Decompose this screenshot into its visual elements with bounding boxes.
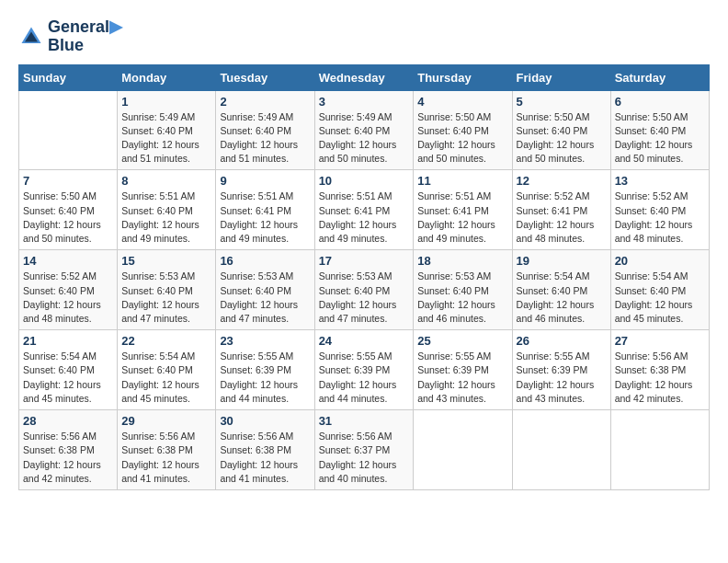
day-info: Sunrise: 5:54 AMSunset: 6:40 PMDaylight:… bbox=[615, 270, 705, 326]
day-info: Sunrise: 5:51 AMSunset: 6:41 PMDaylight:… bbox=[319, 190, 410, 246]
day-number: 3 bbox=[319, 95, 410, 109]
calendar-cell bbox=[512, 410, 610, 490]
calendar-cell: 30Sunrise: 5:56 AMSunset: 6:38 PMDayligh… bbox=[216, 410, 314, 490]
day-info: Sunrise: 5:56 AMSunset: 6:37 PMDaylight:… bbox=[319, 430, 410, 486]
calendar-cell bbox=[19, 90, 118, 170]
day-info: Sunrise: 5:52 AMSunset: 6:40 PMDaylight:… bbox=[615, 190, 705, 246]
calendar-cell: 11Sunrise: 5:51 AMSunset: 6:41 PMDayligh… bbox=[414, 170, 512, 250]
day-info: Sunrise: 5:50 AMSunset: 6:40 PMDaylight:… bbox=[517, 110, 607, 167]
day-number: 29 bbox=[121, 414, 211, 428]
calendar-cell: 5Sunrise: 5:50 AMSunset: 6:40 PMDaylight… bbox=[512, 90, 610, 170]
day-number: 7 bbox=[23, 174, 113, 188]
calendar-cell: 15Sunrise: 5:53 AMSunset: 6:40 PMDayligh… bbox=[118, 250, 216, 330]
day-number: 8 bbox=[121, 174, 211, 188]
column-header-wednesday: Wednesday bbox=[314, 64, 414, 90]
day-info: Sunrise: 5:55 AMSunset: 6:39 PMDaylight:… bbox=[319, 350, 410, 406]
calendar-cell: 8Sunrise: 5:51 AMSunset: 6:40 PMDaylight… bbox=[118, 170, 216, 250]
calendar-cell: 25Sunrise: 5:55 AMSunset: 6:39 PMDayligh… bbox=[414, 330, 512, 410]
day-number: 17 bbox=[319, 254, 410, 268]
column-header-friday: Friday bbox=[512, 64, 610, 90]
calendar-cell bbox=[610, 410, 709, 490]
calendar-header-row: SundayMondayTuesdayWednesdayThursdayFrid… bbox=[19, 64, 710, 90]
day-number: 27 bbox=[615, 334, 705, 348]
day-info: Sunrise: 5:55 AMSunset: 6:39 PMDaylight:… bbox=[417, 350, 507, 406]
day-number: 9 bbox=[220, 174, 310, 188]
column-header-tuesday: Tuesday bbox=[216, 64, 314, 90]
day-number: 22 bbox=[121, 334, 211, 348]
column-header-thursday: Thursday bbox=[414, 64, 512, 90]
day-number: 1 bbox=[121, 95, 211, 109]
day-info: Sunrise: 5:56 AMSunset: 6:38 PMDaylight:… bbox=[23, 430, 113, 486]
day-info: Sunrise: 5:56 AMSunset: 6:38 PMDaylight:… bbox=[121, 430, 211, 486]
calendar-cell: 9Sunrise: 5:51 AMSunset: 6:41 PMDaylight… bbox=[216, 170, 314, 250]
day-number: 12 bbox=[517, 174, 607, 188]
day-number: 28 bbox=[23, 414, 113, 428]
day-info: Sunrise: 5:51 AMSunset: 6:41 PMDaylight:… bbox=[220, 190, 310, 246]
calendar-cell bbox=[414, 410, 512, 490]
day-info: Sunrise: 5:51 AMSunset: 6:41 PMDaylight:… bbox=[417, 190, 507, 246]
calendar-week-row: 7Sunrise: 5:50 AMSunset: 6:40 PMDaylight… bbox=[19, 170, 710, 250]
day-info: Sunrise: 5:50 AMSunset: 6:40 PMDaylight:… bbox=[23, 190, 113, 246]
day-info: Sunrise: 5:52 AMSunset: 6:41 PMDaylight:… bbox=[517, 190, 607, 246]
calendar-cell: 26Sunrise: 5:55 AMSunset: 6:39 PMDayligh… bbox=[512, 330, 610, 410]
day-number: 4 bbox=[417, 95, 507, 109]
day-number: 2 bbox=[220, 95, 310, 109]
column-header-monday: Monday bbox=[118, 64, 216, 90]
logo: General▶ Blue bbox=[18, 18, 122, 55]
calendar-cell: 3Sunrise: 5:49 AMSunset: 6:40 PMDaylight… bbox=[314, 90, 414, 170]
calendar-cell: 20Sunrise: 5:54 AMSunset: 6:40 PMDayligh… bbox=[610, 250, 709, 330]
calendar-week-row: 21Sunrise: 5:54 AMSunset: 6:40 PMDayligh… bbox=[19, 330, 710, 410]
day-info: Sunrise: 5:56 AMSunset: 6:38 PMDaylight:… bbox=[220, 430, 310, 486]
calendar-cell: 19Sunrise: 5:54 AMSunset: 6:40 PMDayligh… bbox=[512, 250, 610, 330]
day-info: Sunrise: 5:53 AMSunset: 6:40 PMDaylight:… bbox=[220, 270, 310, 326]
calendar-cell: 28Sunrise: 5:56 AMSunset: 6:38 PMDayligh… bbox=[19, 410, 118, 490]
calendar-cell: 22Sunrise: 5:54 AMSunset: 6:40 PMDayligh… bbox=[118, 330, 216, 410]
calendar-cell: 24Sunrise: 5:55 AMSunset: 6:39 PMDayligh… bbox=[314, 330, 414, 410]
calendar-cell: 17Sunrise: 5:53 AMSunset: 6:40 PMDayligh… bbox=[314, 250, 414, 330]
calendar-cell: 27Sunrise: 5:56 AMSunset: 6:38 PMDayligh… bbox=[610, 330, 709, 410]
day-info: Sunrise: 5:54 AMSunset: 6:40 PMDaylight:… bbox=[23, 350, 113, 406]
day-number: 26 bbox=[517, 334, 607, 348]
column-header-sunday: Sunday bbox=[19, 64, 118, 90]
calendar-week-row: 1Sunrise: 5:49 AMSunset: 6:40 PMDaylight… bbox=[19, 90, 710, 170]
calendar-cell: 13Sunrise: 5:52 AMSunset: 6:40 PMDayligh… bbox=[610, 170, 709, 250]
calendar-cell: 7Sunrise: 5:50 AMSunset: 6:40 PMDaylight… bbox=[19, 170, 118, 250]
calendar-cell: 12Sunrise: 5:52 AMSunset: 6:41 PMDayligh… bbox=[512, 170, 610, 250]
day-info: Sunrise: 5:53 AMSunset: 6:40 PMDaylight:… bbox=[121, 270, 211, 326]
day-info: Sunrise: 5:52 AMSunset: 6:40 PMDaylight:… bbox=[23, 270, 113, 326]
logo-icon bbox=[18, 24, 44, 50]
day-info: Sunrise: 5:51 AMSunset: 6:40 PMDaylight:… bbox=[121, 190, 211, 246]
calendar-cell: 10Sunrise: 5:51 AMSunset: 6:41 PMDayligh… bbox=[314, 170, 414, 250]
calendar-table: SundayMondayTuesdayWednesdayThursdayFrid… bbox=[18, 64, 710, 490]
day-info: Sunrise: 5:49 AMSunset: 6:40 PMDaylight:… bbox=[319, 110, 410, 167]
calendar-week-row: 28Sunrise: 5:56 AMSunset: 6:38 PMDayligh… bbox=[19, 410, 710, 490]
day-number: 25 bbox=[417, 334, 507, 348]
calendar-cell: 2Sunrise: 5:49 AMSunset: 6:40 PMDaylight… bbox=[216, 90, 314, 170]
calendar-week-row: 14Sunrise: 5:52 AMSunset: 6:40 PMDayligh… bbox=[19, 250, 710, 330]
day-info: Sunrise: 5:50 AMSunset: 6:40 PMDaylight:… bbox=[615, 110, 705, 167]
day-number: 11 bbox=[417, 174, 507, 188]
calendar-cell: 4Sunrise: 5:50 AMSunset: 6:40 PMDaylight… bbox=[414, 90, 512, 170]
day-number: 15 bbox=[121, 254, 211, 268]
day-number: 14 bbox=[23, 254, 113, 268]
day-number: 19 bbox=[517, 254, 607, 268]
calendar-cell: 23Sunrise: 5:55 AMSunset: 6:39 PMDayligh… bbox=[216, 330, 314, 410]
day-info: Sunrise: 5:53 AMSunset: 6:40 PMDaylight:… bbox=[319, 270, 410, 326]
day-number: 30 bbox=[220, 414, 310, 428]
day-info: Sunrise: 5:55 AMSunset: 6:39 PMDaylight:… bbox=[220, 350, 310, 406]
column-header-saturday: Saturday bbox=[610, 64, 709, 90]
calendar-cell: 31Sunrise: 5:56 AMSunset: 6:37 PMDayligh… bbox=[314, 410, 414, 490]
day-info: Sunrise: 5:56 AMSunset: 6:38 PMDaylight:… bbox=[615, 350, 705, 406]
calendar-cell: 29Sunrise: 5:56 AMSunset: 6:38 PMDayligh… bbox=[118, 410, 216, 490]
calendar-cell: 1Sunrise: 5:49 AMSunset: 6:40 PMDaylight… bbox=[118, 90, 216, 170]
day-info: Sunrise: 5:53 AMSunset: 6:40 PMDaylight:… bbox=[417, 270, 507, 326]
day-info: Sunrise: 5:49 AMSunset: 6:40 PMDaylight:… bbox=[121, 110, 211, 167]
day-number: 31 bbox=[319, 414, 410, 428]
day-number: 16 bbox=[220, 254, 310, 268]
day-info: Sunrise: 5:54 AMSunset: 6:40 PMDaylight:… bbox=[517, 270, 607, 326]
day-info: Sunrise: 5:50 AMSunset: 6:40 PMDaylight:… bbox=[417, 110, 507, 167]
calendar-cell: 21Sunrise: 5:54 AMSunset: 6:40 PMDayligh… bbox=[19, 330, 118, 410]
calendar-cell: 18Sunrise: 5:53 AMSunset: 6:40 PMDayligh… bbox=[414, 250, 512, 330]
day-number: 10 bbox=[319, 174, 410, 188]
day-info: Sunrise: 5:54 AMSunset: 6:40 PMDaylight:… bbox=[121, 350, 211, 406]
